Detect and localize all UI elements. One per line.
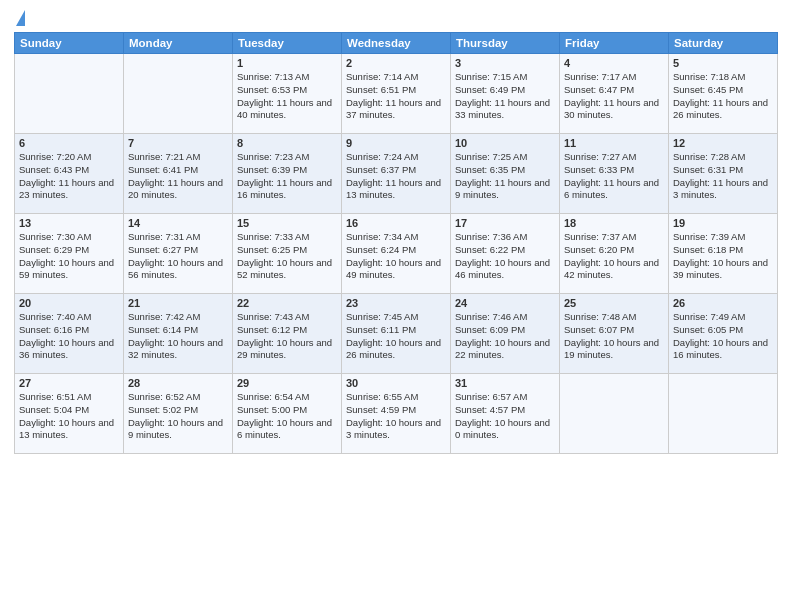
cell-day-number: 29 bbox=[237, 377, 337, 389]
calendar-cell: 3Sunrise: 7:15 AM Sunset: 6:49 PM Daylig… bbox=[451, 54, 560, 134]
cell-day-number: 7 bbox=[128, 137, 228, 149]
cell-day-number: 1 bbox=[237, 57, 337, 69]
header bbox=[14, 10, 778, 26]
calendar-cell: 11Sunrise: 7:27 AM Sunset: 6:33 PM Dayli… bbox=[560, 134, 669, 214]
calendar-cell: 13Sunrise: 7:30 AM Sunset: 6:29 PM Dayli… bbox=[15, 214, 124, 294]
calendar-cell: 12Sunrise: 7:28 AM Sunset: 6:31 PM Dayli… bbox=[669, 134, 778, 214]
calendar-cell: 22Sunrise: 7:43 AM Sunset: 6:12 PM Dayli… bbox=[233, 294, 342, 374]
page: SundayMondayTuesdayWednesdayThursdayFrid… bbox=[0, 0, 792, 612]
calendar-week-row-4: 20Sunrise: 7:40 AM Sunset: 6:16 PM Dayli… bbox=[15, 294, 778, 374]
calendar-cell: 19Sunrise: 7:39 AM Sunset: 6:18 PM Dayli… bbox=[669, 214, 778, 294]
cell-day-number: 27 bbox=[19, 377, 119, 389]
calendar-cell: 16Sunrise: 7:34 AM Sunset: 6:24 PM Dayli… bbox=[342, 214, 451, 294]
cell-info: Sunrise: 7:30 AM Sunset: 6:29 PM Dayligh… bbox=[19, 231, 119, 282]
cell-info: Sunrise: 6:55 AM Sunset: 4:59 PM Dayligh… bbox=[346, 391, 446, 442]
cell-info: Sunrise: 7:27 AM Sunset: 6:33 PM Dayligh… bbox=[564, 151, 664, 202]
calendar-cell: 15Sunrise: 7:33 AM Sunset: 6:25 PM Dayli… bbox=[233, 214, 342, 294]
calendar-cell: 6Sunrise: 7:20 AM Sunset: 6:43 PM Daylig… bbox=[15, 134, 124, 214]
calendar-cell bbox=[560, 374, 669, 454]
cell-day-number: 12 bbox=[673, 137, 773, 149]
cell-info: Sunrise: 7:45 AM Sunset: 6:11 PM Dayligh… bbox=[346, 311, 446, 362]
cell-info: Sunrise: 7:18 AM Sunset: 6:45 PM Dayligh… bbox=[673, 71, 773, 122]
calendar-week-row-5: 27Sunrise: 6:51 AM Sunset: 5:04 PM Dayli… bbox=[15, 374, 778, 454]
cell-info: Sunrise: 7:37 AM Sunset: 6:20 PM Dayligh… bbox=[564, 231, 664, 282]
cell-day-number: 14 bbox=[128, 217, 228, 229]
cell-day-number: 9 bbox=[346, 137, 446, 149]
cell-info: Sunrise: 7:34 AM Sunset: 6:24 PM Dayligh… bbox=[346, 231, 446, 282]
cell-info: Sunrise: 7:33 AM Sunset: 6:25 PM Dayligh… bbox=[237, 231, 337, 282]
cell-day-number: 6 bbox=[19, 137, 119, 149]
cell-day-number: 26 bbox=[673, 297, 773, 309]
calendar-cell: 14Sunrise: 7:31 AM Sunset: 6:27 PM Dayli… bbox=[124, 214, 233, 294]
cell-day-number: 2 bbox=[346, 57, 446, 69]
calendar-cell: 25Sunrise: 7:48 AM Sunset: 6:07 PM Dayli… bbox=[560, 294, 669, 374]
weekday-header-friday: Friday bbox=[560, 33, 669, 54]
cell-info: Sunrise: 7:36 AM Sunset: 6:22 PM Dayligh… bbox=[455, 231, 555, 282]
cell-day-number: 31 bbox=[455, 377, 555, 389]
calendar-cell: 30Sunrise: 6:55 AM Sunset: 4:59 PM Dayli… bbox=[342, 374, 451, 454]
calendar-cell: 24Sunrise: 7:46 AM Sunset: 6:09 PM Dayli… bbox=[451, 294, 560, 374]
cell-day-number: 15 bbox=[237, 217, 337, 229]
cell-info: Sunrise: 7:31 AM Sunset: 6:27 PM Dayligh… bbox=[128, 231, 228, 282]
weekday-header-tuesday: Tuesday bbox=[233, 33, 342, 54]
cell-info: Sunrise: 7:28 AM Sunset: 6:31 PM Dayligh… bbox=[673, 151, 773, 202]
weekday-header-row: SundayMondayTuesdayWednesdayThursdayFrid… bbox=[15, 33, 778, 54]
cell-day-number: 16 bbox=[346, 217, 446, 229]
cell-info: Sunrise: 7:17 AM Sunset: 6:47 PM Dayligh… bbox=[564, 71, 664, 122]
calendar-cell: 4Sunrise: 7:17 AM Sunset: 6:47 PM Daylig… bbox=[560, 54, 669, 134]
cell-day-number: 24 bbox=[455, 297, 555, 309]
calendar-cell bbox=[669, 374, 778, 454]
cell-day-number: 22 bbox=[237, 297, 337, 309]
cell-info: Sunrise: 7:25 AM Sunset: 6:35 PM Dayligh… bbox=[455, 151, 555, 202]
cell-info: Sunrise: 7:48 AM Sunset: 6:07 PM Dayligh… bbox=[564, 311, 664, 362]
cell-day-number: 18 bbox=[564, 217, 664, 229]
calendar-cell: 9Sunrise: 7:24 AM Sunset: 6:37 PM Daylig… bbox=[342, 134, 451, 214]
weekday-header-monday: Monday bbox=[124, 33, 233, 54]
logo bbox=[14, 10, 25, 26]
calendar-cell: 26Sunrise: 7:49 AM Sunset: 6:05 PM Dayli… bbox=[669, 294, 778, 374]
calendar-week-row-1: 1Sunrise: 7:13 AM Sunset: 6:53 PM Daylig… bbox=[15, 54, 778, 134]
cell-day-number: 3 bbox=[455, 57, 555, 69]
cell-info: Sunrise: 6:51 AM Sunset: 5:04 PM Dayligh… bbox=[19, 391, 119, 442]
cell-info: Sunrise: 7:23 AM Sunset: 6:39 PM Dayligh… bbox=[237, 151, 337, 202]
cell-info: Sunrise: 7:46 AM Sunset: 6:09 PM Dayligh… bbox=[455, 311, 555, 362]
cell-info: Sunrise: 7:15 AM Sunset: 6:49 PM Dayligh… bbox=[455, 71, 555, 122]
cell-day-number: 11 bbox=[564, 137, 664, 149]
cell-info: Sunrise: 7:13 AM Sunset: 6:53 PM Dayligh… bbox=[237, 71, 337, 122]
cell-info: Sunrise: 7:24 AM Sunset: 6:37 PM Dayligh… bbox=[346, 151, 446, 202]
cell-day-number: 20 bbox=[19, 297, 119, 309]
cell-day-number: 23 bbox=[346, 297, 446, 309]
cell-info: Sunrise: 7:49 AM Sunset: 6:05 PM Dayligh… bbox=[673, 311, 773, 362]
cell-day-number: 5 bbox=[673, 57, 773, 69]
logo-triangle-icon bbox=[16, 10, 25, 26]
cell-day-number: 8 bbox=[237, 137, 337, 149]
cell-day-number: 19 bbox=[673, 217, 773, 229]
calendar-cell: 1Sunrise: 7:13 AM Sunset: 6:53 PM Daylig… bbox=[233, 54, 342, 134]
weekday-header-sunday: Sunday bbox=[15, 33, 124, 54]
calendar-cell: 31Sunrise: 6:57 AM Sunset: 4:57 PM Dayli… bbox=[451, 374, 560, 454]
calendar-cell: 10Sunrise: 7:25 AM Sunset: 6:35 PM Dayli… bbox=[451, 134, 560, 214]
cell-info: Sunrise: 7:42 AM Sunset: 6:14 PM Dayligh… bbox=[128, 311, 228, 362]
cell-info: Sunrise: 6:57 AM Sunset: 4:57 PM Dayligh… bbox=[455, 391, 555, 442]
calendar-cell: 20Sunrise: 7:40 AM Sunset: 6:16 PM Dayli… bbox=[15, 294, 124, 374]
cell-day-number: 17 bbox=[455, 217, 555, 229]
cell-day-number: 13 bbox=[19, 217, 119, 229]
calendar-cell: 5Sunrise: 7:18 AM Sunset: 6:45 PM Daylig… bbox=[669, 54, 778, 134]
cell-day-number: 10 bbox=[455, 137, 555, 149]
cell-info: Sunrise: 7:14 AM Sunset: 6:51 PM Dayligh… bbox=[346, 71, 446, 122]
calendar-cell: 2Sunrise: 7:14 AM Sunset: 6:51 PM Daylig… bbox=[342, 54, 451, 134]
cell-day-number: 28 bbox=[128, 377, 228, 389]
cell-info: Sunrise: 7:21 AM Sunset: 6:41 PM Dayligh… bbox=[128, 151, 228, 202]
calendar-week-row-3: 13Sunrise: 7:30 AM Sunset: 6:29 PM Dayli… bbox=[15, 214, 778, 294]
calendar-cell bbox=[124, 54, 233, 134]
calendar-cell: 28Sunrise: 6:52 AM Sunset: 5:02 PM Dayli… bbox=[124, 374, 233, 454]
calendar-cell: 17Sunrise: 7:36 AM Sunset: 6:22 PM Dayli… bbox=[451, 214, 560, 294]
calendar-cell: 7Sunrise: 7:21 AM Sunset: 6:41 PM Daylig… bbox=[124, 134, 233, 214]
cell-info: Sunrise: 6:54 AM Sunset: 5:00 PM Dayligh… bbox=[237, 391, 337, 442]
calendar-cell: 21Sunrise: 7:42 AM Sunset: 6:14 PM Dayli… bbox=[124, 294, 233, 374]
calendar-cell: 18Sunrise: 7:37 AM Sunset: 6:20 PM Dayli… bbox=[560, 214, 669, 294]
calendar-week-row-2: 6Sunrise: 7:20 AM Sunset: 6:43 PM Daylig… bbox=[15, 134, 778, 214]
weekday-header-wednesday: Wednesday bbox=[342, 33, 451, 54]
cell-day-number: 21 bbox=[128, 297, 228, 309]
calendar-cell: 27Sunrise: 6:51 AM Sunset: 5:04 PM Dayli… bbox=[15, 374, 124, 454]
